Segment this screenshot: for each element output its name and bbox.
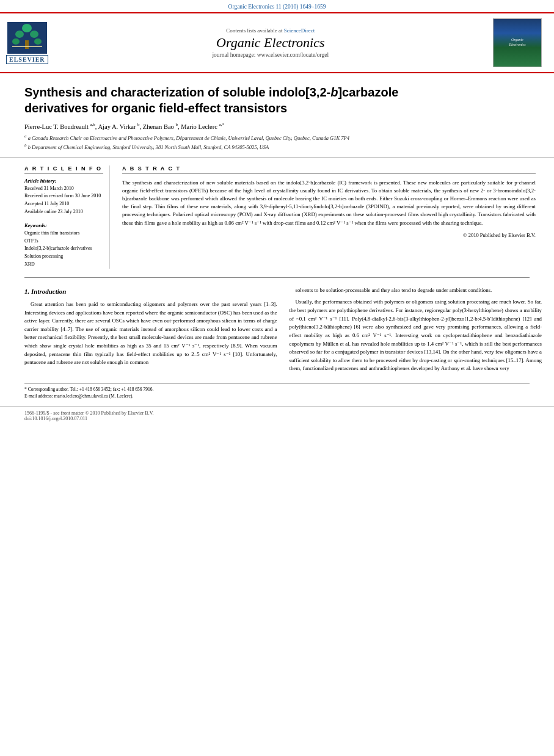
keywords-section: Keywords: Organic thin film transistors … bbox=[24, 222, 103, 269]
authors: Pierre-Luc T. Boudreault a,b, Ajay A. Vi… bbox=[24, 122, 530, 130]
footnotes: * Corresponding author. Tel.: +1 418 656… bbox=[24, 383, 530, 400]
intro-paragraph-2: solvents to be solution-processable and … bbox=[290, 286, 542, 295]
article-info-abstract: A R T I C L E I N F O Article history: R… bbox=[0, 158, 554, 269]
journal-cover-image: OrganicElectronics bbox=[493, 18, 542, 67]
abstract-text: The synthesis and characterization of ne… bbox=[122, 179, 536, 227]
keyword-1: Organic thin film transistors bbox=[24, 230, 103, 238]
contents-note: Contents lists available at ScienceDirec… bbox=[48, 27, 493, 34]
elsevier-logo: ELSEVIER bbox=[6, 22, 48, 64]
keywords-label: Keywords: bbox=[24, 222, 103, 228]
footer-doi: doi:10.1016/j.orgel.2010.07.011 bbox=[24, 416, 87, 421]
footnote-email: E-mail address: mario.leclerc@chm.ulaval… bbox=[24, 393, 530, 399]
history-label: Article history: bbox=[24, 178, 103, 184]
journal-header-center: Contents lists available at ScienceDirec… bbox=[48, 27, 493, 58]
copyright-line: © 2010 Published by Elsevier B.V. bbox=[122, 232, 536, 238]
elsevier-wordmark: ELSEVIER bbox=[6, 55, 48, 64]
article-info-panel: A R T I C L E I N F O Article history: R… bbox=[0, 165, 110, 269]
paper-title-section: Synthesis and characterization of solubl… bbox=[0, 73, 554, 158]
article-dates: Received 31 March 2010 Received in revis… bbox=[24, 185, 103, 216]
article-info-title: A R T I C L E I N F O bbox=[24, 165, 103, 174]
sciencedirect-link[interactable]: ScienceDirect bbox=[284, 27, 315, 34]
body-column-right: solvents to be solution-processable and … bbox=[290, 286, 542, 377]
footnote-corresponding: * Corresponding author. Tel.: +1 418 656… bbox=[24, 386, 530, 393]
elsevier-tree-icon bbox=[7, 22, 47, 54]
body-column-left: 1. Introduction Great attention has been… bbox=[24, 286, 277, 377]
affiliation-a: a a Canada Research Chair on Electroacti… bbox=[24, 135, 349, 141]
journal-homepage: journal homepage: www.elsevier.com/locat… bbox=[48, 52, 493, 58]
svg-point-1 bbox=[22, 24, 32, 32]
svg-point-2 bbox=[15, 31, 24, 38]
keyword-2: OTFTs bbox=[24, 238, 103, 245]
svg-point-5 bbox=[34, 38, 42, 45]
paper-title: Synthesis and characterization of solubl… bbox=[24, 84, 530, 116]
journal-header: ELSEVIER Contents lists available at Sci… bbox=[0, 12, 554, 73]
keyword-4: Solution processing bbox=[24, 253, 103, 261]
svg-point-4 bbox=[12, 38, 20, 45]
abstract-title: A B S T R A C T bbox=[122, 165, 536, 174]
intro-paragraph-1: Great attention has been paid to semicon… bbox=[24, 300, 277, 367]
journal-title: Organic Electronics bbox=[48, 35, 493, 51]
affiliation-b: b b Department of Chemical Engineering, … bbox=[24, 144, 269, 150]
footer: 1566-1199/$ - see front matter © 2010 Pu… bbox=[0, 406, 554, 425]
svg-point-3 bbox=[30, 31, 38, 38]
section-1-title: 1. Introduction bbox=[24, 286, 277, 297]
journal-citation: Organic Electronics 11 (2010) 1649–1659 bbox=[0, 0, 554, 12]
footer-issn: 1566-1199/$ - see front matter © 2010 Pu… bbox=[24, 410, 153, 416]
svg-rect-6 bbox=[25, 40, 29, 49]
keyword-3: Indolo[3,2-b]carbazole derivatives bbox=[24, 245, 103, 253]
body-content: 1. Introduction Great attention has been… bbox=[0, 286, 554, 377]
keyword-5: XRD bbox=[24, 261, 103, 269]
intro-paragraph-3: Usually, the performances obtained with … bbox=[290, 298, 542, 373]
abstract-section: A B S T R A C T The synthesis and charac… bbox=[110, 165, 554, 269]
section-divider bbox=[24, 277, 530, 278]
affiliations: a a Canada Research Chair on Electroacti… bbox=[24, 134, 530, 151]
journal-cover-text: OrganicElectronics bbox=[509, 38, 525, 48]
